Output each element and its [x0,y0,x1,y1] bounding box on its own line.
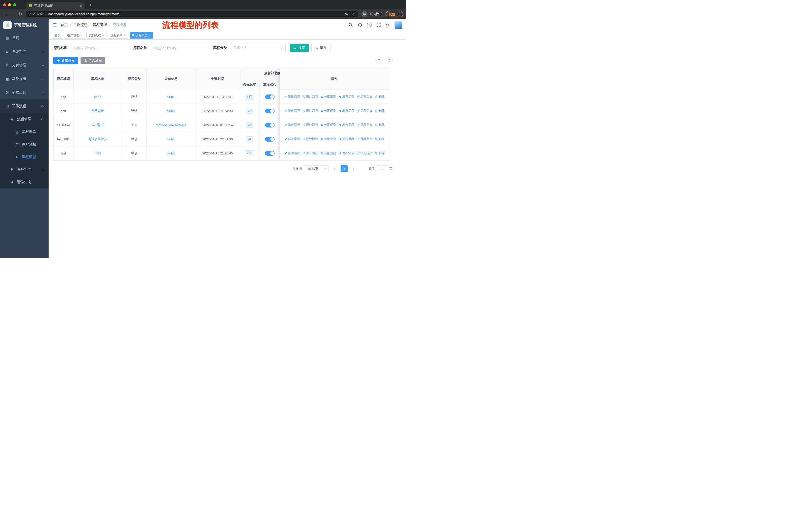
assign-rule-link[interactable]: 分配规则 [320,94,336,99]
key-icon[interactable] [345,12,349,16]
design-process-link[interactable]: 设计流程 [302,137,318,141]
zoom-window-button[interactable] [13,3,16,6]
reload-icon[interactable]: ↻ [19,12,22,16]
sidebar-item-devtools[interactable]: ⚒ 研发工具 [0,86,49,99]
sidebar-item-payment[interactable]: ¥ 支付管理 [0,58,49,72]
design-process-link[interactable]: 设计流程 [302,123,318,127]
github-icon[interactable] [358,23,362,27]
publish-process-link[interactable]: 发布流程 [339,123,354,127]
sidebar-item-infra[interactable]: ▣ 基础设施 [0,72,49,86]
active-toggle[interactable] [265,137,274,142]
refresh-table-button[interactable] [386,57,393,64]
form-info-link[interactable]: biubiu [167,109,175,113]
process-definition-link[interactable]: 流程定义 [357,109,373,113]
import-process-button[interactable]: 导入流程 [81,57,105,64]
version-badge[interactable]: v21 [245,151,254,156]
version-badge[interactable]: v2 [246,108,254,114]
toggle-search-button[interactable] [376,57,383,64]
sidebar-item-user-group[interactable]: ◫ 用户分组 [0,138,49,151]
version-badge[interactable]: v5 [246,122,254,128]
process-name-link[interactable]: 自己审批 [91,109,104,113]
browser-update-button[interactable]: 更新 ⋮ [386,11,403,18]
page-size-select[interactable]: 10条/页 [305,165,328,172]
next-page-button[interactable]: › [350,165,357,172]
delete-link[interactable]: 删除 [375,137,385,141]
minimize-window-button[interactable] [8,3,11,6]
user-avatar[interactable] [395,21,402,29]
close-icon[interactable]: × [102,33,104,37]
app-logo[interactable]: 芋道管理系统 [0,19,49,31]
assign-rule-link[interactable]: 分配规则 [320,151,336,156]
tag-process-model[interactable]: 流程模型 × [129,32,153,38]
modify-process-link[interactable]: 修改流程 [284,94,300,99]
font-size-icon[interactable]: tT [386,23,389,27]
security-chip[interactable]: ⚠ 不安全 [29,12,46,17]
design-process-link[interactable]: 设计流程 [302,109,318,113]
assign-rule-link[interactable]: 分配规则 [320,137,336,141]
form-info-link[interactable]: biubiu [167,152,175,155]
version-badge[interactable]: v17 [245,94,254,100]
process-name-link[interactable]: 滔博 [94,151,101,155]
search-button[interactable]: 搜索 [290,44,309,52]
delete-link[interactable]: 删除 [375,94,385,99]
form-info-link[interactable]: biubiu [167,137,175,141]
delete-link[interactable]: 删除 [375,109,385,113]
sidebar-item-task-management[interactable]: ⚑ 任务管理 [0,163,49,176]
reset-button[interactable]: 重置 [311,44,330,52]
address-bar[interactable]: ⚠ 不安全 dashboard.yudao.iocoder.cn/bpm/man… [26,10,358,18]
active-toggle[interactable] [265,123,274,128]
process-definition-link[interactable]: 流程定义 [357,137,373,141]
modify-process-link[interactable]: 修改流程 [284,137,300,141]
modify-process-link[interactable]: 修改流程 [284,109,300,113]
close-icon[interactable]: × [81,33,82,37]
process-definition-link[interactable]: 流程定义 [357,123,373,127]
sidebar-item-process-management[interactable]: ≣ 流程管理 [0,113,49,126]
form-info-link[interactable]: biubiu [167,95,175,99]
publish-process-link[interactable]: 发布流程 [339,109,354,113]
tag-home[interactable]: 首页 [52,32,63,38]
process-name-link[interactable]: 测试多审批人 [88,137,108,141]
sidebar-item-workflow[interactable]: ▤ 工作流程 [0,99,49,113]
sidebar-item-process-form[interactable]: ▥ 流程表单 [0,126,49,138]
tag-my-process[interactable]: 我的流程 × [86,32,107,38]
design-process-link[interactable]: 设计流程 [302,94,318,99]
active-toggle[interactable] [265,109,274,113]
browser-menu-icon[interactable]: ⋮ [397,12,400,16]
tab-close-icon[interactable]: × [80,4,82,7]
close-icon[interactable]: × [124,33,125,37]
publish-process-link[interactable]: 发布流程 [339,137,354,141]
process-name-link[interactable]: eeee [94,95,102,99]
process-id-input[interactable] [70,44,126,52]
url-text[interactable]: dashboard.yudao.iocoder.cn/bpm/manager/m… [48,12,342,16]
page-number-button[interactable]: 1 [341,165,348,172]
new-tab-button[interactable]: ＋ [88,2,93,7]
publish-process-link[interactable]: 发布流程 [339,151,354,156]
delete-link[interactable]: 删除 [375,123,385,127]
sidebar-item-leave-query[interactable]: ♟ 请假查询 [0,176,49,188]
process-definition-link[interactable]: 流程定义 [357,151,373,156]
close-icon[interactable]: × [149,33,150,37]
process-name-input[interactable] [150,44,206,52]
category-select[interactable]: 流程分类 [230,44,286,52]
active-toggle[interactable] [265,151,274,156]
sidebar-item-home[interactable]: ▦ 首页 [0,31,49,45]
active-toggle[interactable] [265,94,274,99]
sidebar-item-system[interactable]: ⚙ 系统管理 [0,45,49,58]
publish-process-link[interactable]: 发布流程 [339,94,354,99]
assign-rule-link[interactable]: 分配规则 [320,123,336,127]
breadcrumb-workflow[interactable]: 工作流程 [73,23,87,27]
form-info-link[interactable]: /bpm/oa/leave/create [156,123,186,127]
search-icon[interactable] [348,23,353,27]
fullscreen-icon[interactable] [376,23,381,27]
modify-process-link[interactable]: 修改流程 [284,151,300,156]
process-definition-link[interactable]: 流程定义 [357,94,373,99]
bookmark-star-icon[interactable]: ☆ [352,12,355,17]
back-icon[interactable]: ← [3,12,7,16]
assign-rule-link[interactable]: 分配规则 [320,109,336,113]
version-badge[interactable]: v4 [246,136,254,142]
browser-tab[interactable]: 芋道管理系统 × [26,2,85,9]
help-icon[interactable]: ? [367,23,372,27]
tag-tenant[interactable]: 租户管理 × [65,32,85,38]
process-name-link[interactable]: OA 请假 [92,123,104,127]
prev-page-button[interactable]: ‹ [331,165,338,172]
